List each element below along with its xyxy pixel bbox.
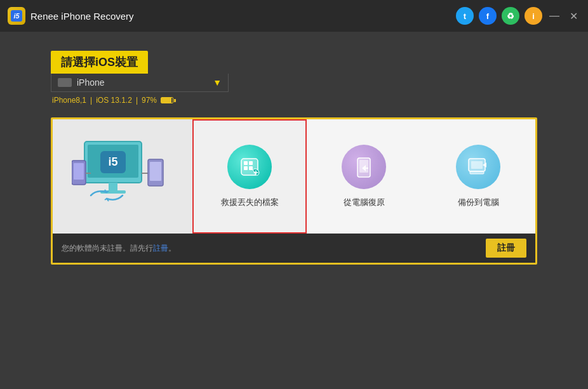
device-ios: iOS 13.1.2 — [96, 96, 132, 105]
svg-text:i5: i5 — [108, 155, 117, 168]
device-label-text: 請選擇iOS裝置 — [61, 56, 138, 69]
battery-icon — [161, 97, 176, 103]
app-logo: i5 — [8, 7, 25, 25]
green-social-icon[interactable]: ♻ — [502, 7, 519, 25]
svg-rect-11 — [150, 162, 161, 181]
bottom-bar: 您的軟體尚未註冊。請先行註冊。 註冊 — [53, 234, 535, 263]
feature-panel: i5 — [51, 117, 537, 265]
facebook-icon[interactable]: f — [479, 7, 497, 25]
illustration-svg: i5 — [72, 135, 173, 218]
title-left: i5 Renee iPhone Recovery — [8, 7, 134, 25]
backup-label: 備份到電腦 — [458, 197, 499, 208]
dropdown-arrow-icon: ▼ — [213, 77, 222, 88]
register-link[interactable]: 註冊 — [153, 244, 168, 253]
svg-rect-13 — [244, 161, 248, 165]
svg-rect-20 — [471, 161, 483, 169]
title-right: t f ♻ i — ✕ — [456, 7, 580, 25]
device-label-box: 請選擇iOS裝置 — [51, 51, 148, 74]
restore-icon-circle — [342, 145, 386, 189]
device-selector: 請選擇iOS裝置 iPhone ▼ iPhone8,1 | iOS 13.1.2… — [51, 51, 537, 105]
illustration-card: i5 — [53, 119, 192, 234]
feature-card-restore[interactable]: 從電腦復原 — [307, 119, 421, 234]
svg-rect-16 — [249, 166, 253, 170]
title-bar: i5 Renee iPhone Recovery t f ♻ i — ✕ — [0, 0, 588, 32]
info-icon[interactable]: i — [525, 7, 542, 25]
feature-card-backup[interactable]: 備份到電腦 — [421, 119, 535, 234]
svg-rect-21 — [470, 171, 484, 174]
device-dropdown[interactable]: iPhone ▼ — [51, 74, 229, 92]
device-info-row: iPhone8,1 | iOS 13.1.2 | 97% — [51, 96, 537, 105]
device-battery-percent: 97% — [142, 96, 157, 105]
recover-icon-svg — [236, 154, 263, 180]
feature-card-recover[interactable]: 救援丟失的檔案 — [192, 119, 307, 234]
svg-rect-14 — [249, 161, 253, 165]
register-button[interactable]: 註冊 — [486, 239, 526, 258]
cards-row: i5 — [53, 119, 535, 234]
main-content: 請選擇iOS裝置 iPhone ▼ iPhone8,1 | iOS 13.1.2… — [0, 32, 588, 284]
device-model: iPhone8,1 — [52, 96, 86, 105]
twitter-icon[interactable]: t — [456, 7, 474, 25]
restore-icon-svg — [351, 154, 377, 180]
device-small-icon — [58, 78, 72, 87]
svg-rect-18 — [359, 160, 368, 173]
recover-icon-circle — [227, 145, 272, 189]
recover-label: 救援丟失的檔案 — [221, 197, 279, 208]
app-title: Renee iPhone Recovery — [30, 11, 134, 22]
svg-rect-4 — [109, 183, 117, 190]
restore-label: 從電腦復原 — [344, 197, 385, 208]
unregistered-text: 您的軟體尚未註冊。請先行註冊。 — [62, 243, 176, 254]
svg-rect-7 — [74, 163, 84, 180]
backup-icon-svg — [465, 154, 491, 180]
device-name: iPhone — [77, 77, 105, 88]
close-button[interactable]: ✕ — [566, 9, 580, 23]
backup-icon-circle — [456, 145, 500, 189]
svg-rect-15 — [244, 166, 248, 170]
minimize-button[interactable]: — — [547, 9, 561, 23]
